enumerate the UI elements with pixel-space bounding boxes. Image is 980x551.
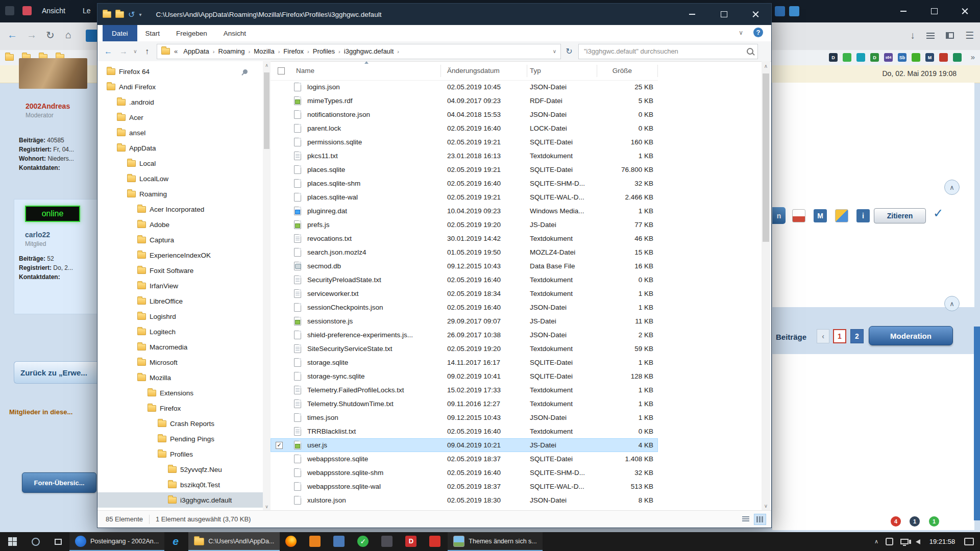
scrollbar-thumb[interactable] [763,73,769,242]
pagination-prev[interactable]: ‹ [817,329,829,343]
file-row[interactable]: sessionstore.js 29.09.2017 09:07 JS-Date… [271,314,658,328]
file-row[interactable]: SecurityPreloadState.txt 02.05.2019 16:4… [271,273,658,287]
tree-item[interactable]: Firefox [97,400,263,416]
tree-item[interactable]: ExperienceIndexOK [97,247,263,263]
ribbon-tab[interactable]: Ansicht [215,25,254,41]
refresh-icon[interactable]: ↻ [561,46,577,56]
file-row[interactable]: Telemetry.ShutdownTime.txt 09.11.2016 12… [271,397,658,411]
tree-item[interactable]: Firefox 64 [97,64,263,79]
tree-item[interactable]: ansel [97,125,263,140]
breadcrumb-label[interactable]: Mozilla [251,47,277,55]
bookmark-folder-icon[interactable] [5,54,14,61]
breadcrumb-label[interactable]: Profiles [310,47,337,55]
start-button[interactable] [0,532,24,551]
app-icon[interactable] [22,6,32,15]
file-row[interactable]: webappsstore.sqlite 02.05.2019 18:37 SQL… [271,452,658,466]
bookmark-favicon[interactable]: s64 [884,53,893,62]
taskbar-app[interactable]: C:\Users\Andi\AppDa... [188,532,280,551]
breadcrumb-label[interactable]: i3gghgwc.default [341,47,397,55]
tree-item[interactable]: Adobe [97,217,263,232]
file-row[interactable]: user.js 09.04.2019 10:21 JS-Datei 4 KB [271,438,658,452]
tree-item[interactable]: Pending Pings [97,431,263,446]
pagination-page-2[interactable]: 2 [850,329,864,343]
tree-item[interactable]: bszikq0t.Test [97,477,263,492]
file-row[interactable]: logins.json 02.05.2019 10:45 JSON-Datei … [271,80,658,94]
bookmarks-overflow-chevron[interactable]: » [971,53,975,61]
back-icon[interactable]: ← [7,29,17,41]
file-row[interactable]: webappsstore.sqlite-shm 02.05.2019 16:40… [271,466,658,480]
notification-badge[interactable]: 1 [910,516,920,527]
email-icon[interactable] [835,209,848,222]
file-row[interactable]: serviceworker.txt 02.05.2019 18:34 Textd… [271,287,658,300]
breadcrumb-separator[interactable]: › [337,48,341,55]
forum-overview-button[interactable]: Foren-Übersic... [22,472,96,493]
bookmark-favicon[interactable] [843,53,851,62]
nav-up-icon[interactable]: ↑ [139,47,155,56]
post-tool-icon[interactable] [792,209,805,222]
scroll-down-icon[interactable]: ∨ [263,504,271,509]
pagination-page-1[interactable]: 1 [833,329,846,343]
extension-icon[interactable] [789,6,799,16]
info-icon[interactable]: i [856,209,870,222]
breadcrumb-separator[interactable]: › [248,48,252,55]
breadcrumb-separator[interactable]: › [396,48,400,55]
search-field[interactable] [578,44,758,59]
file-row[interactable]: revocations.txt 30.01.2019 14:42 Textdok… [271,232,658,245]
home-icon[interactable]: ⌂ [65,29,71,41]
taskbar-app[interactable]: ✓ [352,532,376,551]
column-header-date[interactable]: Änderungsdatum [441,65,527,77]
column-header-type[interactable]: Typ [527,65,597,77]
nav-forward-icon[interactable]: → [116,47,131,56]
file-row[interactable]: SiteSecurityServiceState.txt 02.05.2019 … [271,342,658,356]
moderation-button[interactable]: Moderation [869,326,953,345]
taskbar-app[interactable]: D [400,532,424,551]
tree-item[interactable]: Foxit Software [97,263,263,278]
help-icon[interactable]: ? [753,28,763,37]
undo-icon[interactable]: ↺ [128,10,135,19]
taskbar-app[interactable]: Themes ändern sich s... [448,532,542,551]
action-center-icon[interactable] [964,538,974,545]
file-row[interactable]: pluginreg.dat 10.04.2019 09:23 Windows M… [271,204,658,218]
volume-icon[interactable] [916,539,920,544]
bookmark-favicon[interactable]: M [925,53,934,62]
column-header-size[interactable]: Größe [597,65,658,77]
cortana-button[interactable] [24,532,47,551]
tray-app-icon[interactable] [886,538,893,545]
reply-button-fragment[interactable]: n [772,207,786,224]
scroll-up-icon[interactable]: ∧ [762,63,770,69]
recent-locations-icon[interactable]: ∨ [131,48,139,54]
breadcrumb-separator[interactable]: › [306,48,310,55]
tree-item[interactable]: Acer [97,110,263,125]
tree-item[interactable]: Macromedia [97,339,263,355]
tree-item[interactable]: Roaming [97,186,263,202]
close-button[interactable] [740,4,771,25]
file-row[interactable]: prefs.js 02.05.2019 19:20 JS-Datei 77 KB [271,218,658,232]
file-row[interactable]: xulstore.json 02.05.2019 18:30 JSON-Date… [271,493,658,507]
extension-icon[interactable] [775,6,785,16]
file-row[interactable]: Telemetry.FailedProfileLocks.txt 15.02.2… [271,383,658,397]
tree-item[interactable]: Mozilla [97,370,263,385]
task-view-button[interactable] [47,532,69,551]
file-row[interactable]: mimeTypes.rdf 04.09.2017 09:23 RDF-Datei… [271,94,658,108]
minimize-button[interactable] [676,4,708,25]
bookmark-favicon[interactable]: Sb [898,53,906,62]
tray-expand-icon[interactable]: ∧ [874,538,878,545]
bookmark-favicon[interactable] [912,53,920,62]
taskbar-app[interactable] [280,532,304,551]
details-view-button[interactable] [754,514,766,525]
bookmark-favicon[interactable] [856,53,865,62]
explorer-titlebar[interactable]: ↺ ▾ C:\Users\Andi\AppData\Roaming\Mozill… [97,4,771,25]
ribbon-tab[interactable]: Datei [103,25,137,41]
taskbar-app[interactable] [424,532,448,551]
taskbar-clock[interactable]: 19:21:58 [927,538,957,545]
restore-button[interactable] [919,0,949,22]
taskbar-app[interactable] [376,532,400,551]
file-row[interactable]: notificationstore.json 04.04.2018 15:53 … [271,108,658,121]
file-row[interactable]: parent.lock 02.05.2019 16:40 LOCK-Datei … [271,121,658,135]
qat-dropdown-icon[interactable]: ▾ [139,12,141,17]
file-row[interactable]: shield-preference-experiments.js... 26.0… [271,328,658,342]
app-icon[interactable] [5,6,14,15]
ribbon-tab[interactable]: Start [137,25,168,41]
scroll-up-icon[interactable]: ∧ [263,63,271,68]
taskbar-app[interactable] [304,532,328,551]
